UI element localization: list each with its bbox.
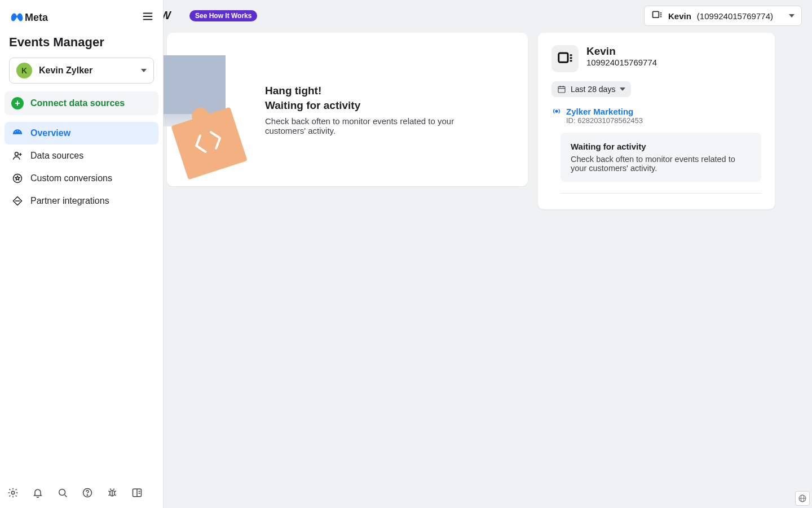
sidebar-item-label: Partner integrations	[30, 196, 109, 206]
svg-point-16	[59, 489, 65, 496]
pixel-selector-dropdown[interactable]: Kevin (109924015769774)	[644, 6, 802, 26]
svg-point-19	[87, 495, 87, 496]
sidebar-item-label: Overview	[30, 128, 70, 138]
svg-point-34	[555, 110, 558, 112]
menu-toggle-button[interactable]	[142, 10, 154, 25]
sidebar-item-overview[interactable]: Overview	[5, 122, 158, 144]
svg-point-8	[17, 130, 18, 132]
diamond-icon	[11, 195, 24, 207]
bell-icon	[32, 487, 43, 498]
caret-down-icon	[789, 14, 795, 17]
globe-icon	[798, 494, 807, 503]
empty-state-title-1: Hang tight!	[265, 84, 479, 98]
ad-account-link[interactable]: Zylker Marketing	[551, 106, 761, 116]
pixel-name: Kevin	[586, 45, 657, 58]
meta-logo-icon	[9, 10, 24, 25]
empty-state-title-2: Waiting for activity	[265, 98, 479, 113]
panel-toggle-button[interactable]	[130, 485, 144, 500]
broadcast-icon	[551, 106, 562, 116]
svg-rect-30	[558, 86, 565, 93]
pixel-icon	[557, 50, 573, 67]
language-button[interactable]	[795, 491, 810, 506]
pixel-selector-id: (109924015769774)	[697, 11, 773, 21]
pixel-selector-name: Kevin	[668, 11, 691, 21]
avatar: K	[16, 63, 32, 78]
svg-point-9	[19, 132, 20, 133]
waiting-title: Waiting for activity	[571, 142, 751, 151]
search-icon	[57, 487, 68, 498]
sidebar-item-label: Connect data sources	[30, 98, 125, 108]
caret-down-icon	[620, 87, 625, 91]
account-selector[interactable]: K Kevin Zylker	[9, 58, 154, 84]
help-circle-icon	[82, 487, 93, 498]
pixel-id: 109924015769774	[586, 58, 657, 67]
sidebar-item-label: Data sources	[30, 151, 83, 161]
svg-point-10	[15, 152, 18, 156]
empty-state-illustration	[152, 47, 248, 172]
waiting-body: Check back often to monitor events relat…	[571, 155, 751, 173]
account-name: Kevin Zylker	[39, 65, 134, 76]
activity-empty-card: Hang tight! Waiting for activity Check b…	[167, 33, 528, 186]
caret-down-icon	[141, 69, 147, 72]
code-icon	[188, 123, 229, 160]
sidebar: Meta Events Manager K Kevin Zylker + Con…	[0, 0, 164, 508]
divider	[561, 193, 761, 194]
search-button[interactable]	[55, 485, 70, 500]
see-how-it-works-pill[interactable]: See How It Works	[189, 10, 257, 21]
svg-rect-26	[559, 53, 568, 62]
notifications-button[interactable]	[30, 485, 45, 500]
gear-icon	[7, 487, 19, 498]
sidebar-footer	[0, 480, 163, 508]
connect-data-sources-button[interactable]: + Connect data sources	[5, 91, 158, 115]
ad-account-name: Zylker Marketing	[566, 107, 633, 116]
sidebar-item-data-sources[interactable]: Data sources	[5, 144, 158, 167]
hamburger-icon	[142, 10, 154, 23]
main-content: Hang tight! Waiting for activity Check b…	[164, 32, 812, 508]
sidebar-item-partner-integrations[interactable]: Partner integrations	[5, 190, 158, 212]
waiting-callout: Waiting for activity Check back often to…	[561, 133, 761, 182]
svg-point-15	[11, 491, 14, 494]
empty-state-body: Check back often to monitor events relat…	[265, 116, 479, 135]
meta-logo-text: Meta	[25, 12, 48, 24]
person-plus-icon	[11, 150, 24, 161]
date-range-label: Last 28 days	[571, 85, 615, 94]
calendar-icon	[557, 85, 566, 94]
svg-rect-0	[653, 11, 659, 17]
report-bug-button[interactable]	[105, 485, 120, 500]
gauge-icon	[11, 128, 24, 139]
panel-icon	[131, 487, 143, 498]
page-title: Events Manager	[9, 35, 154, 50]
pixel-card-icon	[551, 45, 579, 72]
help-button[interactable]	[80, 485, 95, 500]
ad-account-id: ID: 6282031078562453	[566, 116, 761, 125]
date-range-selector[interactable]: Last 28 days	[551, 81, 631, 97]
plus-circle-icon: +	[11, 97, 24, 110]
star-circle-icon	[11, 173, 24, 184]
sidebar-item-label: Custom conversions	[30, 173, 112, 183]
meta-logo[interactable]: Meta	[9, 10, 48, 25]
sidebar-item-custom-conversions[interactable]: Custom conversions	[5, 167, 158, 190]
bug-icon	[107, 487, 118, 498]
settings-button[interactable]	[6, 485, 20, 500]
svg-point-7	[15, 132, 16, 133]
pixel-panel: Kevin 109924015769774 Last 28 days Zylke…	[538, 33, 775, 209]
pixel-icon	[651, 10, 663, 23]
svg-line-17	[65, 495, 67, 497]
